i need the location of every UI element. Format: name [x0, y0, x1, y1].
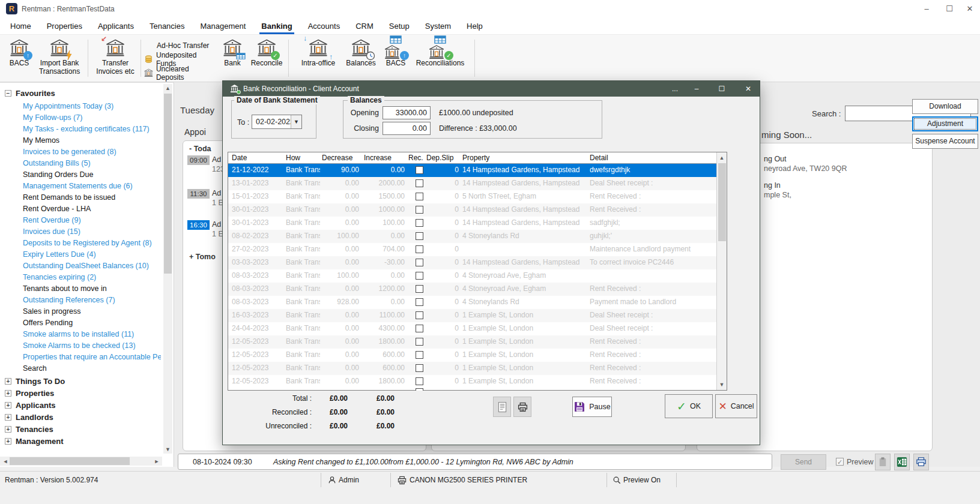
reconciled-checkbox[interactable] — [416, 325, 423, 332]
transaction-row[interactable]: 08-03-2023Bank Trans0.001200.0004 Stoney… — [228, 283, 717, 296]
menu-management[interactable]: Management — [192, 18, 253, 34]
opening-balance-input[interactable]: 33000.00 — [383, 106, 431, 119]
sidebar-item[interactable]: Invoices due (15) — [23, 226, 161, 238]
sidebar-horizontal-scrollbar[interactable]: ◄ ► — [0, 457, 162, 466]
current-user[interactable]: Admin — [339, 476, 359, 484]
reconciled-checkbox[interactable] — [416, 338, 423, 346]
menu-tenancies[interactable]: Tenancies — [142, 18, 193, 34]
dialog-close-button[interactable]: ✕ — [740, 83, 756, 95]
send-button[interactable]: Send — [781, 454, 826, 470]
column-header-depslip[interactable]: Dep.Slip — [426, 154, 453, 162]
reconciled-checkbox[interactable] — [416, 193, 423, 200]
sidebar-item[interactable]: Search — [23, 363, 161, 374]
sidebar-item[interactable]: Deposits to be Registered by Agent (8) — [23, 238, 161, 249]
menu-system[interactable]: System — [417, 18, 459, 34]
sidebar-item[interactable]: Outstanding References (7) — [23, 295, 161, 306]
sidebar-item[interactable]: Outstanding DealSheet Balances (10) — [23, 260, 161, 272]
sidebar-item[interactable]: Smoke Alarms to be checked (13) — [23, 340, 161, 352]
scroll-up-icon[interactable]: ▲ — [163, 85, 172, 91]
sidebar-item[interactable]: My Follow-ups (7) — [23, 112, 161, 124]
reconciled-checkbox[interactable] — [416, 206, 423, 214]
ribbon-uncleared-deposits-button[interactable]: Uncleared Deposits — [144, 66, 219, 80]
transaction-row[interactable]: 30-01-2023Bank Trans0.001000.00014 Hamps… — [228, 203, 717, 217]
export-excel-button[interactable] — [894, 454, 910, 470]
reconciled-checkbox[interactable] — [416, 272, 423, 280]
expand-icon[interactable]: + — [5, 438, 11, 445]
sidebar-item[interactable]: Properties that require an Accountable P… — [23, 352, 161, 363]
expand-icon[interactable]: + — [5, 402, 11, 409]
column-header-property[interactable]: Property — [462, 154, 489, 162]
ribbon-bacs2-button[interactable]: ↑ BACS — [382, 37, 410, 67]
scroll-down-icon[interactable]: ▼ — [163, 446, 172, 452]
sidebar-item[interactable]: Outstanding Bills (5) — [23, 158, 161, 169]
table-vertical-scrollbar[interactable]: ▲ ▼ — [716, 152, 727, 390]
sidebar-item[interactable]: Sales in progress — [23, 306, 161, 317]
dialog-more-button[interactable]: ... — [667, 83, 683, 95]
appointment-time[interactable]: 11:30 — [187, 189, 210, 199]
sidebar-item[interactable]: Expiry Letters Due (4) — [23, 249, 161, 260]
pause-button[interactable]: Pause — [572, 397, 612, 417]
collapse-icon[interactable]: − — [5, 90, 11, 97]
appointment-title-fragment[interactable]: Ad — [212, 220, 221, 229]
ribbon-bank-button[interactable]: Bank — [217, 37, 247, 67]
sidebar-item[interactable]: Standing Orders Due — [23, 169, 161, 181]
menu-home[interactable]: Home — [2, 18, 39, 34]
menu-crm[interactable]: CRM — [348, 18, 381, 34]
dialog-titlebar[interactable]: Bank Reconciliation - Client Account ...… — [223, 81, 760, 97]
transaction-row[interactable]: 15-01-2023Bank Trans0.001500.0005 North … — [228, 190, 717, 203]
appointment-title-fragment[interactable]: Ad — [212, 155, 221, 164]
column-header-date[interactable]: Date — [232, 154, 247, 162]
transaction-row[interactable]: 12-05-2023Bank Trans0.001800.0001 Exampl… — [228, 335, 717, 349]
transaction-row[interactable]: 03-03-2023Bank Trans0.00-30.00014 Hampst… — [228, 256, 717, 269]
appointment-title-fragment[interactable]: Ad — [212, 189, 221, 197]
transaction-row[interactable]: 27-02-2023Bank Trans0.00704.000Maintenan… — [228, 243, 717, 256]
sidebar-item[interactable]: Rent Overdue (9) — [23, 215, 161, 226]
appointment-time[interactable]: 09:00 — [187, 155, 210, 165]
transaction-row[interactable]: 13-01-2023Bank Trans0.002000.00014 Hamps… — [228, 177, 717, 190]
ribbon-balances-button[interactable]: Balances — [342, 37, 380, 67]
suspense-account-button[interactable]: Suspense Account — [912, 134, 978, 149]
transaction-row[interactable]: 16-03-2023Bank Trans0.001100.0001 Exampl… — [228, 309, 717, 322]
window-minimize-button[interactable]: – — [918, 2, 936, 16]
dialog-maximize-button[interactable]: ☐ — [714, 83, 730, 95]
transaction-row[interactable]: 08-03-2023Bank Trans928.000.0004 Stoneyl… — [228, 296, 717, 309]
column-header-increase[interactable]: Increase — [364, 154, 392, 162]
sidebar-item[interactable]: Rent Demands to be issued — [23, 192, 161, 203]
report-button[interactable] — [493, 397, 511, 417]
ribbon-reconciliations-button[interactable]: ✓ Reconciliations — [412, 37, 468, 67]
sidebar-item[interactable]: Offers Pending — [23, 317, 161, 329]
print-button[interactable] — [913, 454, 929, 470]
expand-icon[interactable]: + — [5, 390, 11, 397]
sidebar-item[interactable]: My Tasks - excluding certificates (117) — [23, 124, 161, 135]
statement-date-dropdown[interactable]: 02-02-2022 ▼ — [252, 115, 302, 129]
sidebar-section-applicants[interactable]: +Applicants — [5, 400, 55, 411]
menu-help[interactable]: Help — [459, 18, 491, 34]
column-header-detail[interactable]: Detail — [590, 154, 608, 162]
download-button[interactable]: Download — [912, 99, 978, 114]
reconciled-checkbox[interactable] — [416, 219, 423, 227]
sidebar-section-landlords[interactable]: +Landlords — [5, 412, 53, 423]
scroll-up-icon[interactable]: ▲ — [717, 155, 727, 161]
sidebar-item[interactable]: Invoices to be generated (8) — [23, 146, 161, 158]
sidebar-item[interactable]: My Memos — [23, 135, 161, 146]
ribbon-bacs-button[interactable]: ↑ BACS — [5, 37, 34, 67]
scroll-down-icon[interactable]: ▼ — [717, 382, 727, 388]
transaction-row[interactable]: 08-03-2023Bank Trans100.000.0004 Stoneyr… — [228, 269, 717, 283]
reconciled-checkbox[interactable] — [416, 298, 423, 306]
reconciled-checkbox[interactable] — [416, 259, 423, 266]
tomorrow-group-fragment[interactable]: Tomo — [196, 253, 216, 261]
reconciled-checkbox[interactable] — [416, 166, 423, 174]
menu-banking[interactable]: Banking — [253, 18, 300, 34]
transaction-row[interactable]: 21-12-2022Bank Trans90.000.00014 Hampste… — [228, 164, 717, 177]
clipboard-button[interactable] — [875, 454, 891, 470]
sidebar-item[interactable]: My Appointments Today (3) — [23, 101, 161, 112]
today-group-fragment[interactable]: Toda — [194, 145, 211, 153]
reconciled-checkbox[interactable] — [416, 351, 423, 359]
reconciled-checkbox[interactable] — [416, 364, 423, 372]
window-close-button[interactable]: ✕ — [961, 2, 979, 16]
reconciled-checkbox[interactable] — [416, 245, 423, 253]
chevron-down-icon[interactable]: ▼ — [291, 115, 301, 128]
expand-icon[interactable]: + — [5, 414, 11, 421]
column-header-decrease[interactable]: Decrease — [322, 154, 352, 162]
sidebar-section-things-to-do[interactable]: +Things To Do — [5, 376, 65, 387]
